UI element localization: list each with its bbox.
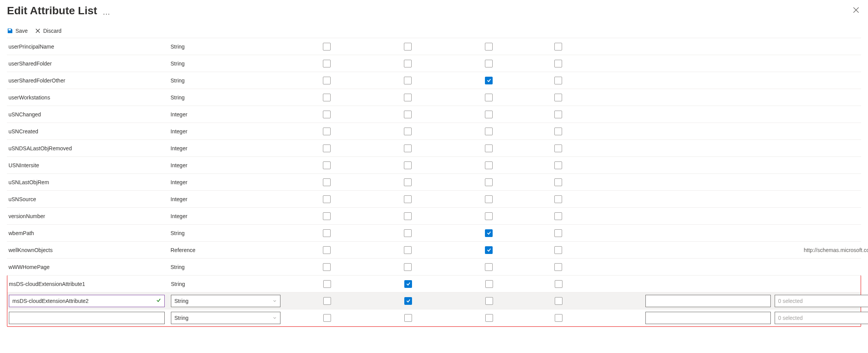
checkbox-col4[interactable] — [554, 111, 562, 118]
checkbox-col4[interactable] — [554, 128, 562, 135]
checkbox-col4[interactable] — [554, 229, 562, 237]
checkbox-col3[interactable] — [485, 297, 493, 305]
table-row-editing: msDS-cloudExtensionAttribute2 String 0 s — [7, 292, 861, 309]
checkbox-col1[interactable] — [323, 229, 331, 237]
checkbox-col3[interactable] — [485, 94, 493, 101]
attr-type: Integer — [171, 111, 286, 118]
attr-name: uSNSource — [8, 196, 171, 202]
attr-type: Integer — [171, 213, 286, 219]
checkbox-col1[interactable] — [323, 280, 331, 288]
checkbox-col4[interactable] — [554, 263, 562, 271]
checkbox-col2[interactable] — [404, 297, 412, 305]
checkbox-col1[interactable] — [323, 60, 331, 67]
checkbox-col4[interactable] — [555, 314, 562, 322]
checkbox-col2[interactable] — [404, 128, 412, 135]
checkbox-col2[interactable] — [404, 212, 412, 220]
attr-name: userWorkstations — [8, 94, 171, 101]
checkbox-col1[interactable] — [323, 77, 331, 84]
checkbox-col3[interactable] — [485, 178, 493, 186]
checkbox-col2[interactable] — [404, 161, 412, 169]
attr-type: String — [171, 230, 286, 236]
attr-type-select[interactable]: String — [171, 312, 280, 324]
checkbox-col3[interactable] — [485, 128, 493, 135]
checkbox-col3[interactable] — [485, 195, 493, 203]
checkbox-col1[interactable] — [323, 94, 331, 101]
checkbox-col1[interactable] — [323, 314, 331, 322]
extra-input[interactable] — [645, 295, 771, 307]
checkbox-col4[interactable] — [554, 212, 562, 220]
checkbox-col4[interactable] — [554, 60, 562, 67]
checkbox-col3[interactable] — [485, 280, 493, 288]
extra-input[interactable] — [645, 312, 771, 324]
table-row: uSNLastObjRemInteger — [7, 174, 861, 191]
checkbox-col3[interactable] — [485, 60, 493, 67]
checkbox-col1[interactable] — [323, 195, 331, 203]
checkbox-col2[interactable] — [404, 229, 412, 237]
save-button[interactable]: Save — [7, 28, 28, 34]
checkbox-col3[interactable] — [485, 212, 493, 220]
checkbox-col2[interactable] — [404, 195, 412, 203]
highlighted-edit-zone: msDS-cloudExtensionAttribute1 String msD… — [7, 275, 861, 327]
checkbox-col4[interactable] — [554, 43, 562, 50]
more-icon[interactable]: … — [103, 5, 110, 17]
attr-type: String — [171, 281, 287, 287]
checkbox-col1[interactable] — [323, 297, 331, 305]
checkbox-col1[interactable] — [323, 263, 331, 271]
table-row: wellKnownObjectsReferencehttp://schemas.… — [7, 242, 861, 259]
checkbox-col3[interactable] — [485, 111, 493, 118]
checkbox-col1[interactable] — [323, 178, 331, 186]
checkbox-col4[interactable] — [554, 161, 562, 169]
checkbox-col1[interactable] — [323, 161, 331, 169]
attr-name-input[interactable]: msDS-cloudExtensionAttribute2 — [9, 295, 165, 307]
attr-type-select[interactable]: String — [171, 295, 280, 307]
checkbox-col2[interactable] — [404, 77, 412, 84]
checkbox-col1[interactable] — [323, 246, 331, 254]
checkbox-col4[interactable] — [554, 94, 562, 101]
multiselect-text: 0 selected — [778, 315, 803, 321]
attr-type-value: String — [174, 315, 189, 321]
attr-name: uSNCreated — [8, 128, 171, 134]
attr-name: userPrincipalName — [8, 44, 171, 50]
checkbox-col4[interactable] — [554, 246, 562, 254]
attr-name: uSNChanged — [8, 111, 171, 118]
checkbox-col2[interactable] — [404, 145, 412, 152]
attr-type: Integer — [171, 145, 286, 151]
checkbox-col1[interactable] — [323, 111, 331, 118]
checkbox-col2[interactable] — [404, 246, 412, 254]
checkbox-col2[interactable] — [404, 60, 412, 67]
checkbox-col2[interactable] — [404, 314, 412, 322]
checkbox-col4[interactable] — [554, 145, 562, 152]
checkbox-col3[interactable] — [485, 43, 493, 50]
checkbox-col3[interactable] — [485, 77, 493, 84]
attr-type: String — [171, 94, 286, 101]
checkbox-col1[interactable] — [323, 212, 331, 220]
multiselect[interactable]: 0 selected — [775, 312, 868, 324]
checkbox-col3[interactable] — [485, 145, 493, 152]
attribute-grid: userPrincipalNameStringuserSharedFolderS… — [7, 38, 861, 276]
checkbox-col2[interactable] — [404, 280, 412, 288]
checkbox-col2[interactable] — [404, 94, 412, 101]
checkbox-col3[interactable] — [485, 229, 493, 237]
checkbox-col3[interactable] — [485, 314, 493, 322]
checkbox-col4[interactable] — [554, 178, 562, 186]
checkbox-col2[interactable] — [404, 111, 412, 118]
checkbox-col4[interactable] — [554, 77, 562, 84]
checkbox-col2[interactable] — [404, 178, 412, 186]
checkbox-col2[interactable] — [404, 263, 412, 271]
checkbox-col1[interactable] — [323, 128, 331, 135]
multiselect[interactable]: 0 selected — [775, 295, 868, 307]
checkbox-col3[interactable] — [485, 161, 493, 169]
close-button[interactable] — [851, 5, 861, 17]
attr-name-input[interactable] — [9, 312, 165, 324]
checkbox-col4[interactable] — [555, 280, 562, 288]
table-row: userSharedFolderOtherString — [7, 72, 861, 89]
checkbox-col4[interactable] — [554, 195, 562, 203]
checkbox-col1[interactable] — [323, 145, 331, 152]
checkbox-col1[interactable] — [323, 43, 331, 50]
table-row: wWWHomePageString — [7, 259, 861, 276]
checkbox-col3[interactable] — [485, 246, 493, 254]
checkbox-col4[interactable] — [555, 297, 562, 305]
checkbox-col3[interactable] — [485, 263, 493, 271]
checkbox-col2[interactable] — [404, 43, 412, 50]
discard-button[interactable]: Discard — [35, 28, 61, 34]
